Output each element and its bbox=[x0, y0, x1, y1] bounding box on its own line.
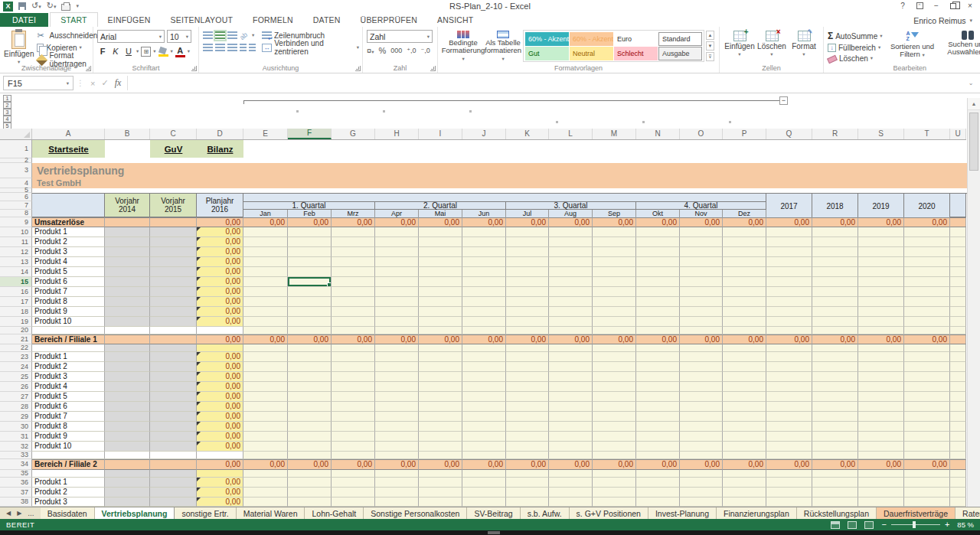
cell-E25[interactable] bbox=[243, 372, 288, 382]
col-header-L[interactable]: L bbox=[549, 129, 593, 139]
month-header[interactable]: Okt bbox=[636, 210, 680, 217]
cell-H9[interactable]: 0,00 bbox=[375, 217, 419, 227]
cell-S26[interactable] bbox=[858, 382, 904, 392]
month-header[interactable]: Mai bbox=[419, 210, 462, 217]
cell-N33[interactable] bbox=[636, 452, 680, 459]
cell-K19[interactable] bbox=[506, 317, 549, 327]
cell-J13[interactable] bbox=[462, 257, 506, 267]
cell-I17[interactable] bbox=[419, 297, 462, 307]
cell-L28[interactable] bbox=[549, 402, 593, 412]
cell-M16[interactable] bbox=[593, 287, 636, 297]
cell-R31[interactable] bbox=[812, 432, 858, 442]
italic-button[interactable]: K bbox=[110, 47, 121, 56]
cell-P26[interactable] bbox=[723, 382, 766, 392]
cell-O38[interactable] bbox=[680, 497, 723, 507]
cell-E13[interactable] bbox=[243, 257, 288, 267]
col-header-D[interactable]: D bbox=[197, 129, 243, 139]
cell-P23[interactable] bbox=[723, 352, 766, 362]
cell-O16[interactable] bbox=[680, 287, 723, 297]
cell-L33[interactable] bbox=[549, 452, 593, 459]
clear-button[interactable]: Löschen▾ bbox=[828, 54, 883, 63]
cell-C21[interactable] bbox=[150, 334, 197, 344]
cell-Q23[interactable] bbox=[766, 352, 812, 362]
cell-I11[interactable] bbox=[419, 237, 462, 247]
cell-O26[interactable] bbox=[680, 382, 723, 392]
cell-H35[interactable] bbox=[375, 470, 419, 478]
sheet-tab-invest-planung[interactable]: Invest-Planung bbox=[648, 507, 717, 519]
cell-J11[interactable] bbox=[462, 237, 506, 247]
cell-S19[interactable] bbox=[858, 317, 904, 327]
cell-S27[interactable] bbox=[858, 392, 904, 402]
cell-G36[interactable] bbox=[332, 478, 375, 488]
cell-R22[interactable] bbox=[812, 344, 858, 352]
cell-G14[interactable] bbox=[332, 267, 375, 277]
cell-T13[interactable] bbox=[904, 257, 950, 267]
cell-B27[interactable] bbox=[105, 392, 150, 402]
cell-F22[interactable] bbox=[288, 344, 332, 352]
cell-F15[interactable] bbox=[288, 277, 332, 287]
cell-F38[interactable] bbox=[288, 497, 332, 507]
cell-U24[interactable] bbox=[950, 362, 966, 372]
cell-J37[interactable] bbox=[462, 488, 506, 497]
cell-M35[interactable] bbox=[593, 470, 636, 478]
header-plan-year-2016[interactable]: Planjahr2016 bbox=[197, 194, 243, 217]
cell-H22[interactable] bbox=[375, 344, 419, 352]
cell-T24[interactable] bbox=[904, 362, 950, 372]
cell-R33[interactable] bbox=[812, 452, 858, 459]
number-format-select[interactable]: Zahl▾ bbox=[367, 30, 433, 43]
cell-K16[interactable] bbox=[506, 287, 549, 297]
cell-D20[interactable] bbox=[197, 327, 243, 334]
formula-input[interactable] bbox=[127, 76, 962, 90]
ribbon-tab-einfügen[interactable]: EINFÜGEN bbox=[98, 13, 161, 27]
cell-J25[interactable] bbox=[462, 372, 506, 382]
cell-N14[interactable] bbox=[636, 267, 680, 277]
cell-A34[interactable]: Bereich / Filiale 2 bbox=[32, 459, 105, 470]
cell-I24[interactable] bbox=[419, 362, 462, 372]
cell-R14[interactable] bbox=[812, 267, 858, 277]
cell-I22[interactable] bbox=[419, 344, 462, 352]
cell-L36[interactable] bbox=[549, 478, 593, 488]
cell-G35[interactable] bbox=[332, 470, 375, 478]
cell-G23[interactable] bbox=[332, 352, 375, 362]
cell-O9[interactable]: 0,00 bbox=[680, 217, 723, 227]
cell-Q14[interactable] bbox=[766, 267, 812, 277]
cell-H15[interactable] bbox=[375, 277, 419, 287]
cell-P18[interactable] bbox=[723, 307, 766, 317]
cell-P19[interactable] bbox=[723, 317, 766, 327]
col-header-P[interactable]: P bbox=[723, 129, 766, 139]
month-header[interactable]: Jan bbox=[243, 210, 288, 217]
cell-Q18[interactable] bbox=[766, 307, 812, 317]
cell-T33[interactable] bbox=[904, 452, 950, 459]
sort-filter-button[interactable]: AZ Sortieren undFiltern ▾ bbox=[887, 29, 938, 63]
cell-N32[interactable] bbox=[636, 442, 680, 452]
cell-G33[interactable] bbox=[332, 452, 375, 459]
delete-cells-button[interactable]: × Löschen▾ bbox=[756, 29, 788, 63]
cell-O22[interactable] bbox=[680, 344, 723, 352]
sheet-tab-material-waren[interactable]: Material Waren bbox=[237, 507, 305, 519]
cell-I10[interactable] bbox=[419, 227, 462, 237]
cell-T31[interactable] bbox=[904, 432, 950, 442]
cell-U17[interactable] bbox=[950, 297, 966, 307]
cell-A31[interactable]: Produkt 9 bbox=[32, 432, 105, 442]
cell-T32[interactable] bbox=[904, 442, 950, 452]
cell-D11[interactable]: 0,00 bbox=[197, 237, 243, 247]
cell-B29[interactable] bbox=[105, 412, 150, 422]
cell-Q22[interactable] bbox=[766, 344, 812, 352]
cell-M33[interactable] bbox=[593, 452, 636, 459]
cell-K12[interactable] bbox=[506, 247, 549, 257]
cell-C24[interactable] bbox=[150, 362, 197, 372]
increase-decimal-icon[interactable]: ⁺,0 bbox=[407, 47, 416, 54]
cell-K15[interactable] bbox=[506, 277, 549, 287]
cell-O15[interactable] bbox=[680, 277, 723, 287]
cell-A25[interactable]: Produkt 3 bbox=[32, 372, 105, 382]
cell-N35[interactable] bbox=[636, 470, 680, 478]
cell-P10[interactable] bbox=[723, 227, 766, 237]
row-header-22[interactable]: 22 bbox=[0, 344, 32, 352]
cell-T34[interactable]: 0,00 bbox=[904, 459, 950, 470]
cell-B34[interactable] bbox=[105, 459, 150, 470]
cell-F12[interactable] bbox=[288, 247, 332, 257]
cell-R36[interactable] bbox=[812, 478, 858, 488]
cell-K27[interactable] bbox=[506, 392, 549, 402]
cell-P33[interactable] bbox=[723, 452, 766, 459]
page-layout-view-icon[interactable] bbox=[848, 521, 857, 529]
